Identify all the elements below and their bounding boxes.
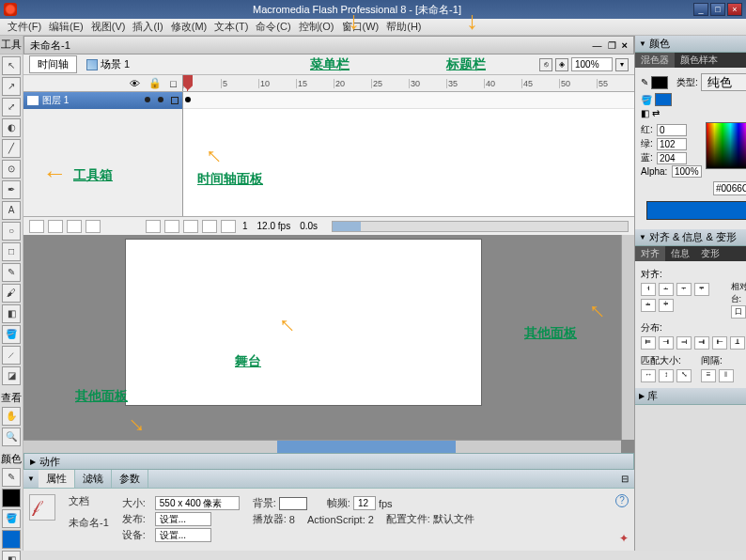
align-right-icon[interactable]: ⫟ bbox=[676, 283, 692, 296]
space-v-icon[interactable]: ≡ bbox=[701, 369, 716, 382]
fill-color-swatch[interactable] bbox=[2, 530, 21, 549]
g-input[interactable] bbox=[657, 138, 687, 150]
fill-type-select[interactable]: 纯色 bbox=[701, 73, 746, 91]
onion-skin-outline-button[interactable] bbox=[183, 220, 198, 233]
dist-vcenter-icon[interactable]: ⫣ bbox=[659, 336, 674, 350]
doc-restore-button[interactable]: ❐ bbox=[608, 40, 616, 51]
lock-icon[interactable]: 🔒 bbox=[148, 77, 162, 89]
size-button[interactable] bbox=[155, 496, 240, 510]
hand-tool[interactable]: ✋ bbox=[2, 407, 21, 426]
to-stage-button[interactable]: 口 bbox=[731, 305, 746, 319]
library-panel-header[interactable]: ▶库 ⊟ bbox=[635, 388, 746, 405]
tab-parameters[interactable]: 参数 bbox=[112, 470, 148, 488]
edit-scene-icon[interactable]: ⎋ bbox=[539, 58, 552, 71]
r-input[interactable] bbox=[657, 124, 687, 136]
menu-modify[interactable]: 修改(M) bbox=[167, 20, 211, 34]
document-tab[interactable]: 未命名-1 bbox=[30, 39, 70, 53]
timeline-scrollbar[interactable] bbox=[332, 221, 629, 232]
keyframe-icon[interactable] bbox=[185, 97, 191, 102]
brush-tool[interactable]: 🖌 bbox=[2, 284, 21, 303]
stage[interactable] bbox=[125, 239, 482, 406]
default-colors-icon[interactable]: ◧ bbox=[641, 108, 649, 118]
match-width-icon[interactable]: ↔ bbox=[641, 369, 656, 382]
dist-bottom-icon[interactable]: ⫤ bbox=[676, 336, 692, 350]
color-picker[interactable] bbox=[706, 122, 746, 169]
stage-h-scrollbar[interactable] bbox=[23, 440, 621, 453]
eye-icon[interactable]: 👁 bbox=[130, 78, 140, 89]
layer-outline-toggle[interactable] bbox=[171, 97, 179, 104]
minimize-button[interactable]: _ bbox=[693, 3, 708, 16]
swap-colors-icon[interactable]: ⇄ bbox=[652, 108, 660, 118]
edit-symbol-icon[interactable]: ◈ bbox=[555, 58, 568, 71]
gradient-transform-tool[interactable]: ◐ bbox=[2, 118, 21, 137]
fps-input[interactable] bbox=[353, 496, 376, 510]
menu-file[interactable]: 文件(F) bbox=[4, 20, 45, 34]
props-collapse-icon[interactable]: ▼ bbox=[23, 474, 39, 483]
color-panel-header[interactable]: ▼颜色 ⊟ bbox=[635, 36, 746, 53]
zoom-tool[interactable]: 🔍 bbox=[2, 428, 21, 446]
layer-visible-dot[interactable] bbox=[145, 97, 150, 102]
device-settings-button[interactable] bbox=[155, 528, 211, 542]
stroke-color-tool[interactable]: ✎ bbox=[2, 468, 21, 487]
close-button[interactable]: × bbox=[727, 3, 742, 16]
delete-layer-button[interactable] bbox=[85, 220, 101, 233]
layer-item[interactable]: 图层 1 bbox=[23, 92, 182, 109]
expand-icon[interactable]: ✦ bbox=[619, 532, 629, 545]
oval-tool[interactable]: ○ bbox=[2, 222, 21, 241]
onion-skin-button[interactable] bbox=[164, 220, 179, 233]
zoom-level-input[interactable] bbox=[571, 57, 613, 71]
align-vcenter-icon[interactable]: ⫨ bbox=[641, 299, 656, 312]
line-tool[interactable]: ╱ bbox=[2, 139, 21, 158]
alpha-input[interactable] bbox=[672, 165, 702, 178]
stroke-color-swatch[interactable] bbox=[2, 489, 21, 507]
timeline-button[interactable]: 时间轴 bbox=[29, 55, 77, 73]
edit-multiple-frames-button[interactable] bbox=[202, 220, 217, 233]
modify-onion-markers-button[interactable] bbox=[221, 220, 236, 233]
free-transform-tool[interactable]: ⤢ bbox=[2, 98, 21, 117]
tab-align[interactable]: 对齐 bbox=[635, 246, 665, 261]
help-icon[interactable]: ? bbox=[615, 494, 629, 507]
menu-text[interactable]: 文本(T) bbox=[210, 20, 252, 34]
frame-ruler[interactable]: 1 5 10 15 20 25 30 35 40 45 50 55 bbox=[183, 75, 634, 91]
frames-track[interactable] bbox=[183, 92, 634, 216]
paint-bucket-tool[interactable]: 🪣 bbox=[2, 325, 21, 344]
text-tool[interactable]: A bbox=[2, 201, 21, 220]
outline-icon[interactable]: □ bbox=[170, 78, 177, 89]
align-left-icon[interactable]: ⫞ bbox=[641, 283, 656, 296]
insert-layer-button[interactable] bbox=[29, 220, 44, 233]
menu-commands[interactable]: 命令(C) bbox=[252, 20, 294, 34]
background-swatch[interactable] bbox=[279, 497, 307, 510]
b-input[interactable] bbox=[657, 152, 687, 164]
tab-filters[interactable]: 滤镜 bbox=[75, 470, 112, 488]
fill-swatch[interactable] bbox=[655, 93, 672, 106]
doc-minimize-button[interactable]: — bbox=[593, 40, 602, 51]
dist-right-icon[interactable]: ⫫ bbox=[730, 336, 745, 350]
dist-left-icon[interactable]: ⫥ bbox=[694, 336, 709, 350]
rectangle-tool[interactable]: □ bbox=[2, 242, 21, 261]
match-both-icon[interactable]: ⤡ bbox=[676, 369, 692, 382]
lasso-tool[interactable]: ⊙ bbox=[2, 160, 21, 179]
align-bottom-icon[interactable]: ⫩ bbox=[659, 299, 674, 312]
match-height-icon[interactable]: ↕ bbox=[659, 369, 674, 382]
layer-name[interactable]: 图层 1 bbox=[42, 94, 69, 107]
zoom-dropdown-icon[interactable]: ▾ bbox=[615, 58, 629, 71]
tab-info[interactable]: 信息 bbox=[665, 246, 695, 261]
align-top-icon[interactable]: ⫧ bbox=[694, 283, 709, 296]
insert-folder-button[interactable] bbox=[67, 220, 82, 233]
menu-view[interactable]: 视图(V) bbox=[87, 20, 130, 34]
ink-bottle-tool[interactable]: ◧ bbox=[2, 304, 21, 323]
menu-control[interactable]: 控制(O) bbox=[295, 20, 338, 34]
menu-window[interactable]: 窗口(W) bbox=[338, 20, 383, 34]
stage-v-scrollbar[interactable] bbox=[621, 235, 634, 440]
tab-properties[interactable]: 属性 bbox=[39, 470, 75, 488]
fill-color-tool[interactable]: 🪣 bbox=[2, 509, 21, 528]
playhead[interactable] bbox=[183, 75, 193, 91]
menu-insert[interactable]: 插入(I) bbox=[129, 20, 166, 34]
align-hcenter-icon[interactable]: ⫠ bbox=[659, 283, 674, 296]
pen-tool[interactable]: ✒ bbox=[2, 180, 21, 199]
scene-label[interactable]: 场景 1 bbox=[101, 57, 130, 71]
publish-settings-button[interactable] bbox=[155, 512, 211, 526]
dist-top-icon[interactable]: ⫢ bbox=[641, 336, 656, 350]
eraser-tool[interactable]: ◪ bbox=[2, 366, 21, 385]
dist-hcenter-icon[interactable]: ⫦ bbox=[712, 336, 727, 350]
